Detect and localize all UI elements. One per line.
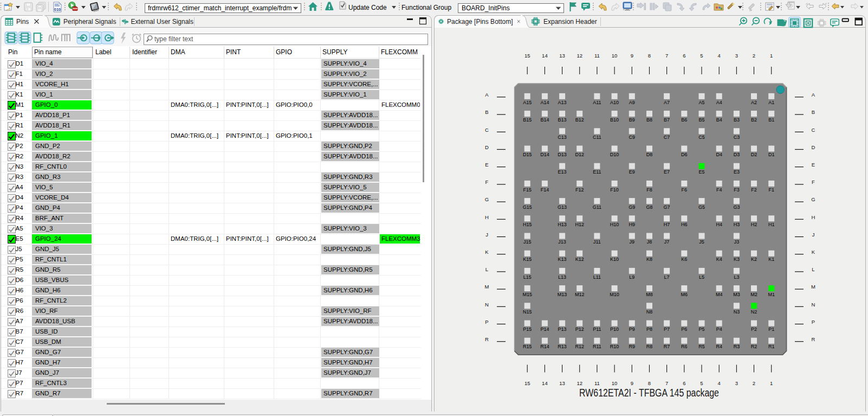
svg-text:3: 3 (735, 53, 738, 59)
svg-text:1: 1 (770, 380, 773, 386)
svg-text:R11: R11 (593, 344, 601, 349)
svg-text:4: 4 (718, 53, 721, 59)
svg-text:H6: H6 (681, 222, 688, 227)
svg-text:2: 2 (753, 380, 755, 386)
svg-text:F2: F2 (751, 187, 757, 193)
svg-text:K3: K3 (734, 257, 740, 262)
svg-text:D8: D8 (646, 152, 653, 157)
svg-text:R8: R8 (646, 344, 653, 349)
svg-text:A11: A11 (593, 100, 601, 105)
svg-text:G11: G11 (593, 204, 601, 210)
svg-text:E5: E5 (698, 169, 704, 175)
svg-text:L: L (812, 266, 814, 272)
svg-text:L3: L3 (734, 274, 739, 280)
svg-text:N15: N15 (523, 309, 532, 315)
svg-text:010: 010 (54, 7, 61, 12)
svg-text:B13: B13 (558, 117, 567, 123)
svg-text:B5: B5 (698, 117, 704, 123)
svg-text:A1: A1 (768, 100, 774, 105)
svg-text:P6: P6 (681, 327, 687, 332)
svg-text:P2: P2 (751, 327, 757, 332)
svg-text:H15: H15 (523, 222, 532, 227)
svg-text:K12: K12 (575, 257, 584, 262)
svg-text:J11: J11 (593, 239, 601, 245)
svg-text:6: 6 (683, 380, 685, 386)
svg-text:5: 5 (700, 380, 703, 386)
svg-text:7: 7 (665, 380, 668, 386)
svg-text:H9: H9 (629, 222, 636, 227)
svg-text:D4: D4 (716, 152, 722, 157)
svg-text:M13: M13 (558, 292, 567, 297)
svg-text:10: 10 (612, 380, 618, 386)
svg-text:L15: L15 (523, 274, 532, 280)
svg-text:R13: R13 (558, 344, 567, 349)
svg-text:5: 5 (700, 53, 703, 59)
svg-text:G: G (485, 196, 489, 202)
svg-text:H3: H3 (734, 222, 740, 227)
svg-text:H4: H4 (716, 222, 722, 227)
svg-text:G7: G7 (664, 204, 670, 210)
svg-text:K10: K10 (610, 257, 619, 262)
svg-text:F8: F8 (646, 187, 652, 193)
svg-text:F: F (812, 179, 815, 185)
svg-text:L13: L13 (558, 274, 566, 280)
svg-text:N3: N3 (734, 309, 740, 315)
svg-text:D14: D14 (540, 152, 549, 157)
svg-text:R5: R5 (698, 344, 705, 349)
svg-text:N: N (485, 302, 489, 308)
svg-text:P7: P7 (664, 327, 670, 332)
svg-text:15: 15 (524, 53, 530, 59)
svg-text:K13: K13 (558, 257, 567, 262)
svg-text:G9: G9 (629, 204, 635, 210)
svg-text:11: 11 (594, 380, 600, 386)
svg-text:12: 12 (576, 53, 582, 59)
svg-text:13: 13 (559, 380, 565, 386)
svg-text:H2: H2 (751, 222, 757, 227)
svg-text:D13: D13 (558, 152, 567, 157)
svg-text:M4: M4 (716, 292, 723, 297)
svg-text:F3: F3 (734, 187, 740, 193)
svg-text:R15: R15 (523, 344, 532, 349)
svg-text:K4: K4 (716, 257, 722, 262)
svg-text:3: 3 (735, 380, 738, 386)
svg-text:A: A (485, 92, 489, 98)
svg-text:C7: C7 (664, 135, 670, 140)
svg-text:M15: M15 (522, 292, 532, 297)
svg-text:E11: E11 (593, 169, 601, 175)
svg-text:B: B (485, 109, 488, 115)
svg-text:D1: D1 (768, 152, 775, 157)
svg-text:P: P (485, 319, 488, 325)
svg-text:6: 6 (683, 53, 685, 59)
svg-text:J: J (812, 232, 815, 238)
svg-text:P9: P9 (629, 327, 635, 332)
svg-text:J13: J13 (558, 239, 566, 245)
svg-text:H7: H7 (664, 222, 670, 227)
svg-text:R10: R10 (610, 344, 619, 349)
svg-text:P12: P12 (575, 327, 584, 332)
svg-text:L7: L7 (664, 274, 670, 280)
svg-text:H1: H1 (768, 222, 775, 227)
svg-text:D3: D3 (734, 152, 740, 157)
svg-text:J5: J5 (699, 239, 704, 245)
svg-text:D2: D2 (751, 152, 757, 157)
svg-text:E: E (485, 162, 488, 168)
svg-text:2: 2 (753, 53, 755, 59)
svg-text:C3: C3 (734, 135, 740, 140)
svg-text:J9: J9 (630, 239, 635, 245)
svg-text:L9: L9 (629, 274, 634, 280)
svg-text:B15: B15 (523, 117, 532, 123)
svg-text:K2: K2 (751, 257, 757, 262)
svg-text:K8: K8 (646, 257, 652, 262)
svg-text:M: M (811, 284, 815, 290)
svg-text:K: K (812, 249, 815, 255)
svg-text:A4: A4 (716, 100, 722, 105)
svg-text:K: K (485, 249, 489, 255)
svg-text:9: 9 (631, 380, 633, 386)
svg-text:R2: R2 (751, 344, 757, 349)
svg-text:K1: K1 (768, 257, 774, 262)
svg-text:D12: D12 (575, 152, 584, 157)
svg-text:7: 7 (665, 53, 668, 59)
svg-text:B: B (812, 109, 815, 115)
svg-text:C5: C5 (698, 135, 705, 140)
svg-text:H: H (812, 214, 815, 220)
